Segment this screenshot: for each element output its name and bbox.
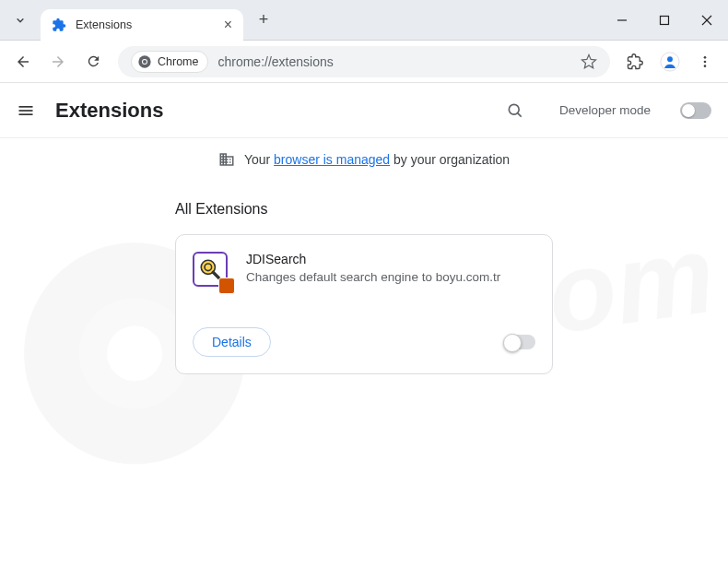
extension-description: Changes default search engine to boyu.co… (246, 270, 535, 284)
search-button[interactable] (506, 101, 524, 120)
svg-rect-1 (661, 16, 669, 24)
profile-button[interactable] (654, 46, 686, 77)
svg-rect-12 (19, 106, 33, 108)
svg-point-6 (143, 60, 147, 64)
developer-mode-toggle[interactable] (680, 102, 711, 119)
forward-button (42, 46, 74, 77)
svg-point-8 (667, 56, 673, 62)
puzzle-icon (52, 18, 66, 32)
extensions-button[interactable] (619, 46, 651, 77)
browser-managed-link[interactable]: browser is managed (274, 152, 390, 167)
extension-toggle[interactable] (504, 335, 535, 349)
url-text: chrome://extensions (217, 54, 571, 69)
banner-suffix: by your organization (390, 152, 510, 167)
hamburger-menu-button[interactable] (17, 101, 35, 120)
chrome-icon (137, 54, 152, 69)
page-title: Extensions (55, 99, 486, 123)
extension-icon (193, 252, 229, 289)
building-icon (218, 151, 235, 168)
managed-badge-icon (218, 278, 235, 294)
svg-point-9 (704, 56, 707, 59)
close-tab-button[interactable]: × (224, 17, 232, 33)
banner-prefix: Your (244, 152, 274, 167)
site-chip-label: Chrome (158, 55, 198, 68)
details-button[interactable]: Details (193, 327, 271, 357)
svg-point-15 (509, 104, 519, 114)
bookmark-star-icon[interactable] (581, 53, 597, 70)
extension-card: JDISearch Changes default search engine … (175, 234, 553, 374)
menu-button[interactable] (689, 46, 721, 77)
svg-point-10 (704, 60, 707, 63)
minimize-button[interactable] (601, 0, 643, 41)
svg-rect-14 (19, 113, 33, 115)
back-button[interactable] (7, 46, 39, 77)
tab-search-button[interactable] (0, 14, 41, 27)
svg-rect-13 (19, 110, 33, 112)
reload-button[interactable] (77, 46, 109, 77)
address-bar[interactable]: Chrome chrome://extensions (118, 46, 610, 77)
managed-banner: Your browser is managed by your organiza… (0, 138, 728, 175)
extension-name: JDISearch (246, 252, 535, 266)
site-chip[interactable]: Chrome (131, 51, 208, 73)
tab-title: Extensions (76, 18, 215, 31)
new-tab-button[interactable]: + (249, 10, 278, 30)
developer-mode-label: Developer mode (559, 103, 651, 117)
svg-point-11 (704, 65, 707, 67)
maximize-button[interactable] (643, 0, 686, 41)
close-window-button[interactable] (686, 0, 728, 41)
browser-tab[interactable]: Extensions × (41, 9, 243, 41)
svg-line-19 (213, 272, 219, 278)
svg-line-16 (518, 112, 522, 116)
section-title: All Extensions (175, 201, 553, 218)
